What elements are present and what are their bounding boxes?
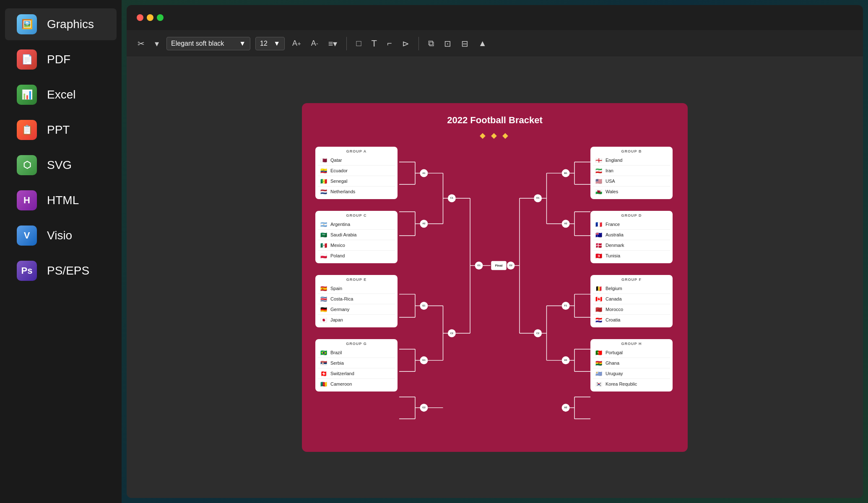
group-c-box: GROUP C 🇦🇷Argentina 🇸🇦Saudi Arabia 🇲🇽Mex…	[315, 211, 399, 263]
flag-korea: 🇰🇷	[595, 380, 603, 388]
flag-qatar: 🇶🇦	[320, 156, 328, 164]
team-name-germany: Germany	[330, 307, 349, 312]
team-name-brazil: Brazil	[330, 350, 342, 355]
main-window: ✂ ▾ Elegant soft black ▼ 12 ▼ A+ A- ≡▾ □…	[127, 5, 863, 498]
maximize-button[interactable]	[157, 14, 164, 21]
team-name-iran: Iran	[606, 168, 613, 173]
sidebar-item-ppt[interactable]: 📋 PPT	[5, 114, 117, 146]
cut-button[interactable]: ✂	[135, 37, 147, 50]
team-row: 🇵🇹Portugal	[593, 347, 670, 358]
sidebar-icon-ppt: 📋	[17, 120, 37, 140]
svg-text:A1: A1	[422, 172, 425, 174]
flag-belgium: 🇧🇪	[595, 284, 603, 293]
sidebar-icon-graphics: 🖼️	[17, 14, 37, 34]
team-name-wales: Wales	[606, 189, 618, 194]
team-name-costarica: Costa-Rica	[330, 296, 353, 301]
flag-netherlands: 🇳🇱	[320, 187, 328, 196]
traffic-lights	[137, 14, 164, 21]
flag-wales: 🏴󠁧󠁢󠁷󠁬󠁳󠁿	[595, 187, 603, 196]
team-row: 🇹🇳Tunisia	[593, 251, 670, 261]
flag-iran: 🇮🇷	[595, 166, 603, 175]
group-g-label: GROUP G	[318, 342, 395, 346]
team-row: 🇯🇵Japan	[318, 315, 395, 325]
text-tool[interactable]: T	[369, 36, 379, 51]
sidebar-item-graphics[interactable]: 🖼️ Graphics	[5, 8, 117, 40]
team-row: 🇬🇭Ghana	[593, 358, 670, 368]
team-name-japan: Japan	[330, 317, 343, 322]
group-h-label: GROUP H	[593, 342, 670, 346]
sidebar-item-pseps[interactable]: Ps PS/EPS	[5, 255, 117, 287]
team-row: 🇲🇦Morocco	[593, 304, 670, 315]
sidebar-icon-pseps: Ps	[17, 261, 37, 281]
sidebar-item-pdf[interactable]: 📄 PDF	[5, 44, 117, 75]
flag-ghana: 🇬🇭	[595, 359, 603, 367]
arrow-tool[interactable]: ⊳	[400, 37, 412, 50]
position-button[interactable]: ▲	[476, 37, 489, 50]
group-d-box: GROUP D 🇫🇷France 🇦🇺Australia 🇩🇰Denmark 🇹…	[590, 211, 674, 263]
dropdown-arrow[interactable]: ▾	[152, 37, 161, 50]
font-select[interactable]: Elegant soft black ▼	[166, 37, 250, 50]
flag-costarica: 🇨🇷	[320, 295, 328, 303]
sidebar-label-pseps: PS/EPS	[47, 264, 89, 277]
layers-button[interactable]: ⧉	[426, 37, 437, 50]
sidebar-label-svg: SVG	[47, 158, 72, 172]
bracket-lines: .line{stroke:#fff;stroke-width:1.5;fill:…	[399, 147, 590, 440]
sidebar-item-html[interactable]: H HTML	[5, 184, 117, 216]
group-a-label: GROUP A	[318, 149, 395, 153]
group-h-box: GROUP H 🇵🇹Portugal 🇬🇭Ghana 🇺🇾Uruguay 🇰🇷K…	[590, 339, 674, 392]
team-row: 🇧🇷Brazil	[318, 347, 395, 358]
font-increase-button[interactable]: A+	[290, 37, 304, 49]
sidebar-icon-visio: V	[17, 226, 37, 246]
connector-tool[interactable]: ⌐	[385, 37, 395, 50]
team-name-australia: Australia	[606, 232, 624, 237]
align-button[interactable]: ≡▾	[326, 37, 340, 50]
team-name-spain: Spain	[330, 286, 342, 291]
flag-switzerland: 🇨🇭	[320, 369, 328, 378]
toolbar: ✂ ▾ Elegant soft black ▼ 12 ▼ A+ A- ≡▾ □…	[127, 30, 863, 57]
flag-ecuador: 🇪🇨	[320, 166, 328, 175]
align-distribute-button[interactable]: ⊟	[459, 37, 471, 50]
close-button[interactable]	[137, 14, 143, 21]
sidebar-item-visio[interactable]: V Visio	[5, 220, 117, 252]
team-name-qatar: Qatar	[330, 158, 342, 163]
sidebar-label-pdf: PDF	[47, 53, 70, 66]
size-select[interactable]: 12 ▼	[255, 37, 285, 50]
flag-canada: 🇨🇦	[595, 295, 603, 303]
team-row: 🇸🇦Saudi Arabia	[318, 230, 395, 240]
minimize-button[interactable]	[147, 14, 153, 21]
flag-brazil: 🇧🇷	[320, 348, 328, 357]
bracket-container: 2022 Football Bracket ◆ ◆ ◆ GROUP A 🇶🇦Qa…	[302, 103, 688, 452]
divider-2	[418, 37, 419, 50]
sidebar-icon-svg: ⬡	[17, 155, 37, 175]
sidebar: 🖼️ Graphics 📄 PDF 📊 Excel 📋 PPT ⬡ SVG H …	[0, 0, 122, 503]
team-name-uruguay: Uruguay	[606, 371, 623, 376]
flag-croatia: 🇭🇷	[595, 316, 603, 324]
group-b-label: GROUP B	[593, 149, 670, 153]
frame-button[interactable]: ⊡	[442, 37, 454, 50]
sidebar-item-svg[interactable]: ⬡ SVG	[5, 149, 117, 181]
svg-text:Final: Final	[495, 264, 503, 267]
sidebar-label-excel: Excel	[47, 88, 75, 101]
team-row: 🇷🇸Serbia	[318, 358, 395, 368]
team-row: 🇨🇭Switzerland	[318, 368, 395, 379]
team-row: 🇨🇷Costa-Rica	[318, 294, 395, 304]
svg-text:O2: O2	[509, 264, 512, 267]
font-dropdown-icon: ▼	[239, 40, 246, 47]
team-row: 🇺🇸USA	[593, 176, 670, 187]
font-decrease-button[interactable]: A-	[309, 37, 321, 49]
sidebar-item-excel[interactable]: 📊 Excel	[5, 79, 117, 111]
team-row: 🇪🇨Ecuador	[318, 166, 395, 176]
sidebar-icon-pdf: 📄	[17, 49, 37, 70]
team-row: 🇨🇦Canada	[593, 294, 670, 304]
team-name-portugal: Portugal	[606, 350, 623, 355]
group-e-box: GROUP E 🇪🇸Spain 🇨🇷Costa-Rica 🇩🇪Germany 🇯…	[315, 275, 399, 327]
bracket-title: 2022 Football Bracket	[315, 115, 674, 126]
team-name-argentina: Argentina	[330, 222, 350, 227]
rect-tool[interactable]: □	[353, 37, 364, 50]
team-name-saudi: Saudi Arabia	[330, 232, 356, 237]
sidebar-label-visio: Visio	[47, 229, 72, 242]
canvas-area: 2022 Football Bracket ◆ ◆ ◆ GROUP A 🇶🇦Qa…	[127, 57, 863, 498]
svg-text:H2: H2	[564, 406, 567, 409]
team-row: 🏴󠁧󠁢󠁥󠁮󠁧󠁿England	[593, 155, 670, 166]
svg-text:H1: H1	[564, 359, 567, 361]
